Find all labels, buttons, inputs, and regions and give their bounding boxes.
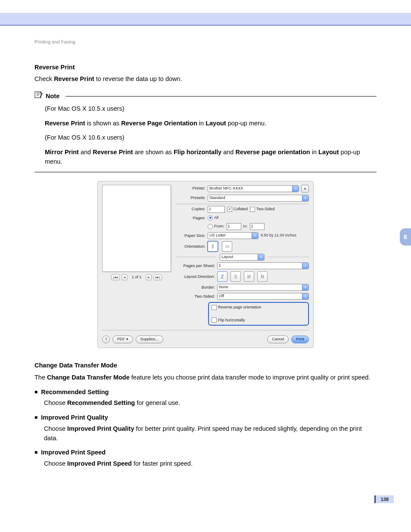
note-block: Note (For Mac OS X 10.5.x users) Reverse… — [34, 91, 377, 172]
pages-all-radio[interactable]: All — [208, 215, 218, 221]
rule — [65, 96, 377, 96]
txt-bold: Improved Print Quality — [67, 425, 134, 432]
radio-icon — [208, 215, 213, 221]
printer-label: Printer: — [175, 185, 206, 191]
select-value: Off — [219, 293, 224, 299]
txt-bold: Reverse page orientation — [235, 149, 310, 156]
orientation-portrait-button[interactable]: ▯ — [208, 241, 218, 252]
txt: All — [214, 215, 218, 221]
txt: The — [34, 374, 47, 381]
txt: Choose — [44, 460, 67, 467]
select-value: Layout — [221, 254, 233, 260]
select-value: US Letter — [209, 233, 226, 239]
txt-bold: Layout — [318, 149, 339, 156]
select-value: Standard — [209, 195, 225, 201]
bullet-title: Improved Print Speed — [41, 448, 106, 457]
two-sided-label: Two-Sided: — [175, 293, 215, 299]
bullet-desc: Choose Recommended Setting for general u… — [44, 398, 377, 408]
txt: is shown as — [85, 120, 121, 127]
txt-bold: Reverse Print — [45, 120, 85, 127]
collated-checkbox[interactable]: ✔Collated — [227, 206, 248, 212]
pages-from-radio[interactable]: From: — [208, 224, 224, 230]
layout-dir-4-button[interactable]: N — [257, 271, 268, 282]
txt: for faster print speed. — [132, 460, 193, 467]
txt-bold: Layout — [206, 120, 226, 127]
layout-dir-2-button[interactable]: S — [230, 271, 241, 282]
bullet-desc: Choose Improved Print Speed for faster p… — [44, 459, 377, 469]
highlight-box: Reverse page orientation Flip horizontal… — [208, 302, 309, 326]
check-icon — [212, 305, 217, 310]
last-page-button[interactable]: ▸▸| — [153, 274, 162, 280]
txt: Flip horizontally — [218, 317, 245, 324]
flip-horizontally-checkbox[interactable]: Flip horizontally — [212, 317, 305, 324]
page-indicator: 1 of 1 — [132, 274, 142, 280]
from-input[interactable]: 1 — [227, 223, 241, 230]
arrows-icon: ⇅ — [252, 233, 258, 239]
to-label: to: — [243, 224, 248, 230]
print-button[interactable]: Print — [291, 336, 309, 343]
collapse-button[interactable]: ▲ — [301, 185, 309, 193]
copies-input[interactable]: 1 — [208, 206, 225, 213]
select-value: Brother MFC-XXXX — [209, 186, 243, 192]
cdtm-intro: The Change Data Transfer Mode feature le… — [34, 373, 377, 383]
presets-select[interactable]: Standard⇅ — [208, 195, 309, 202]
first-page-button[interactable]: |◂◂ — [111, 274, 120, 280]
pps-label: Pages per Sheet: — [175, 263, 215, 269]
txt-bold: Recommended Setting — [67, 399, 135, 406]
txt-bold: Reverse Page Orientation — [121, 120, 197, 127]
print-dialog: |◂◂ ◂ 1 of 1 ▸ ▸▸| Printer: Brother MFC-… — [97, 181, 314, 348]
note-line3: (For Mac OS X 10.6.x users) — [45, 133, 377, 143]
arrows-icon: ⇅ — [302, 293, 308, 299]
arrows-icon: ⇅ — [302, 284, 308, 290]
help-button[interactable]: ? — [102, 336, 110, 343]
orientation-landscape-button[interactable]: ▭ — [222, 241, 232, 252]
printer-select[interactable]: Brother MFC-XXXX⇅ — [208, 185, 299, 192]
reverse-print-intro: Check Reverse Print to reverse the data … — [34, 75, 377, 84]
supplies-button[interactable]: Supplies... — [136, 336, 163, 343]
note-line4: Mirror Print and Reverse Print are shown… — [45, 148, 377, 167]
txt-bold: Reverse Print — [93, 149, 133, 156]
two-sided-checkbox[interactable]: Two-Sided — [250, 206, 275, 212]
bullet-icon: ■ — [34, 413, 37, 423]
copies-label: Copies: — [175, 206, 206, 212]
txt: are shown as — [133, 149, 174, 156]
breadcrumb: Printing and Faxing — [34, 38, 377, 46]
page-number: 138 — [374, 495, 394, 503]
check-icon — [250, 207, 255, 212]
page-content: Printing and Faxing Reverse Print Check … — [0, 25, 411, 491]
border-select[interactable]: None⇅ — [217, 284, 309, 291]
txt: for general use. — [135, 399, 180, 406]
two-sided-select[interactable]: Off⇅ — [217, 293, 309, 300]
cancel-button[interactable]: Cancel — [267, 336, 289, 343]
paper-size-label: Paper Size: — [175, 233, 206, 239]
bullet-icon: ■ — [34, 388, 37, 397]
preview-page — [102, 185, 171, 272]
pps-select[interactable]: 1⇅ — [217, 262, 309, 269]
prev-page-button[interactable]: ◂ — [121, 274, 128, 280]
heading-cdtm: Change Data Transfer Mode — [34, 361, 377, 370]
txt: Two-Sided — [256, 206, 275, 212]
layout-dir-1-button[interactable]: Z — [217, 271, 227, 282]
paper-dim: 8.50 by 11.00 inches — [261, 233, 296, 239]
txt: Choose — [44, 425, 67, 432]
layout-dir-3-button[interactable]: И — [244, 271, 254, 282]
border-label: Border: — [175, 284, 215, 290]
orientation-label: Orientation: — [175, 243, 206, 249]
txt: pop-up menu. — [226, 120, 267, 127]
bullet-desc: Choose Improved Print Quality for better… — [44, 424, 377, 443]
paper-size-select[interactable]: US Letter⇅ — [208, 232, 258, 239]
next-page-button[interactable]: ▸ — [146, 274, 152, 280]
txt: Collated — [234, 206, 248, 212]
txt-bold: Change Data Transfer Mode — [47, 374, 130, 381]
header-band — [0, 13, 411, 25]
reverse-orientation-checkbox[interactable]: Reverse page orientation — [212, 305, 305, 311]
to-input[interactable]: 1 — [250, 223, 265, 230]
note-line1: (For Mac OS X 10.5.x users) — [45, 104, 377, 114]
section-select[interactable]: Layout⇅ — [220, 254, 264, 261]
select-value: 1 — [219, 263, 221, 269]
check-icon — [212, 317, 217, 323]
pdf-button[interactable]: PDF ▾ — [112, 336, 133, 343]
txt: and — [79, 149, 93, 156]
txt: feature lets you choose print data trans… — [130, 374, 371, 381]
txt: Reverse page orientation — [218, 305, 262, 311]
